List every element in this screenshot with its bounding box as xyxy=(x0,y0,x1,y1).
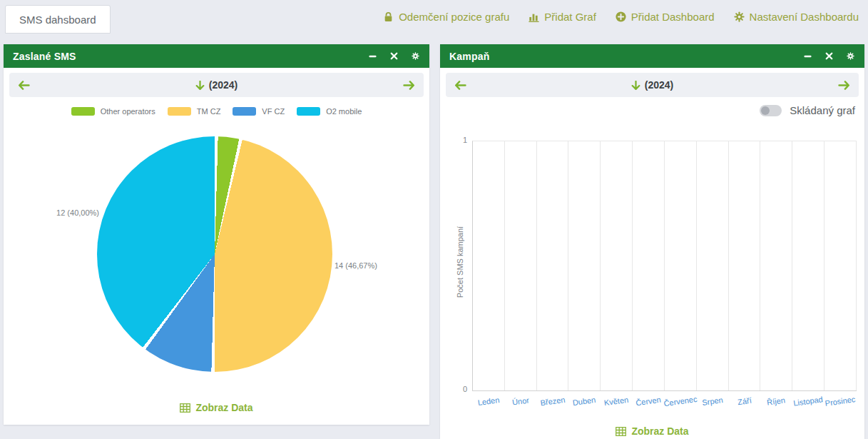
panel-title: Zaslané SMS xyxy=(13,51,76,62)
grid-column: Říjen xyxy=(760,141,792,390)
legend-swatch xyxy=(71,107,95,116)
year-navigation: (2024) xyxy=(9,73,424,97)
grid-column: Červenec xyxy=(665,141,697,390)
legend-item[interactable]: VF CZ xyxy=(233,107,285,116)
x-tick-label: Červenec xyxy=(663,395,698,408)
x-tick-label: Duben xyxy=(573,395,597,407)
minus-icon xyxy=(804,55,812,58)
show-data-button[interactable]: Zobraz Data xyxy=(440,425,864,437)
x-tick-label: Únor xyxy=(511,395,529,406)
previous-year-button[interactable] xyxy=(454,81,466,90)
grid-column: Listopad xyxy=(792,141,824,390)
bar-chart-plot: LedenÚnorBřezenDubenKvětenČervenČervenec… xyxy=(472,141,857,391)
y-axis-label: Počet SMS kampaní xyxy=(456,191,464,333)
panel-settings-button[interactable] xyxy=(410,51,420,61)
previous-year-button[interactable] xyxy=(18,81,30,90)
pie-legend: Other operators TM CZ VF CZ O2 mobile xyxy=(4,107,429,116)
grid-column: Září xyxy=(729,141,761,390)
arrow-left-icon xyxy=(454,81,466,90)
lock-icon xyxy=(383,11,394,22)
grid-column: Leden xyxy=(473,141,505,390)
tab-label: SMS dahsboard xyxy=(19,14,96,26)
grid-column: Prosinec xyxy=(824,141,857,390)
arrow-down-icon xyxy=(631,81,640,90)
minimize-button[interactable] xyxy=(367,51,377,61)
arrow-left-icon xyxy=(18,81,30,90)
gear-icon xyxy=(412,52,419,60)
toggle-label: Skládaný graf xyxy=(790,104,855,116)
unlock-chart-position-link[interactable]: Odemčení pozice grafu xyxy=(383,11,509,23)
stacked-graph-toggle[interactable] xyxy=(760,105,782,116)
grid-column: Březen xyxy=(537,141,569,390)
legend-swatch xyxy=(168,107,191,116)
year-selector[interactable]: (2024) xyxy=(52,79,381,91)
pie-slice-label: 14 (46,67%) xyxy=(335,261,413,270)
grid-column: Červen xyxy=(633,141,665,390)
y-tick-label: 1 xyxy=(450,136,467,144)
minus-icon xyxy=(369,55,377,58)
minimize-button[interactable] xyxy=(802,51,812,61)
bar-chart-icon xyxy=(529,11,539,22)
window-controls xyxy=(367,51,420,61)
show-data-label: Zobraz Data xyxy=(195,402,252,413)
close-button[interactable] xyxy=(824,51,834,61)
legend-label: O2 mobile xyxy=(326,107,362,116)
x-tick-label: Listopad xyxy=(793,395,824,408)
grid-column: Květen xyxy=(601,141,633,390)
toggle-knob xyxy=(761,106,770,115)
gear-icon xyxy=(734,11,745,22)
year-value: (2024) xyxy=(209,79,238,91)
link-label: Nastavení Dashboardu xyxy=(750,11,859,23)
x-tick-label: Leden xyxy=(477,395,500,407)
pie-slice-label: 12 (40,00%) xyxy=(28,208,99,217)
x-tick-label: Říjen xyxy=(767,395,786,406)
next-year-button[interactable] xyxy=(838,81,850,90)
legend-swatch xyxy=(233,107,256,116)
grid-column: Únor xyxy=(505,141,537,390)
arrow-right-icon xyxy=(403,81,415,90)
x-tick-label: Březen xyxy=(539,395,565,408)
legend-swatch xyxy=(297,107,320,116)
grid-column: Duben xyxy=(568,141,601,390)
table-icon xyxy=(180,403,190,413)
plus-circle-icon xyxy=(616,11,626,22)
next-year-button[interactable] xyxy=(403,81,415,90)
x-tick-label: Září xyxy=(737,396,752,407)
dashboard-actions: Odemčení pozice grafu Přidat Graf Přidat… xyxy=(383,0,859,33)
arrow-right-icon xyxy=(838,81,850,90)
tab-sms-dashboard[interactable]: SMS dahsboard xyxy=(5,5,111,34)
add-graph-link[interactable]: Přidat Graf xyxy=(529,11,596,23)
table-icon xyxy=(616,427,626,436)
legend-item[interactable]: TM CZ xyxy=(168,107,221,116)
x-tick-label: Prosinec xyxy=(824,395,856,408)
panel-settings-button[interactable] xyxy=(845,51,855,61)
close-icon xyxy=(390,52,398,60)
grid-column: Srpen xyxy=(697,141,729,390)
link-label: Přidat Graf xyxy=(544,11,596,23)
show-data-label: Zobraz Data xyxy=(631,425,688,437)
panel-header: Zaslané SMS xyxy=(4,44,429,68)
panel-zaslane-sms: Zaslané SMS (2024) Other xyxy=(4,44,429,425)
x-tick-label: Květen xyxy=(603,395,629,408)
year-selector[interactable]: (2024) xyxy=(489,79,816,91)
stacked-graph-toggle-row: Skládaný graf xyxy=(760,104,855,116)
close-icon xyxy=(825,52,833,60)
legend-item[interactable]: Other operators xyxy=(71,107,155,116)
x-tick-label: Červen xyxy=(635,395,662,408)
panel-header: Kampaň xyxy=(440,44,864,68)
legend-item[interactable]: O2 mobile xyxy=(297,107,362,116)
sms-dashboard-screen: SMS dahsboard Odemčení pozice grafu Přid… xyxy=(0,0,868,439)
show-data-button[interactable]: Zobraz Data xyxy=(4,402,429,413)
close-button[interactable] xyxy=(389,51,399,61)
legend-label: VF CZ xyxy=(262,107,285,116)
link-label: Odemčení pozice grafu xyxy=(399,11,509,23)
add-dashboard-link[interactable]: Přidat Dashboard xyxy=(616,11,715,23)
year-navigation: (2024) xyxy=(446,73,859,97)
window-controls xyxy=(802,51,855,61)
pie-chart[interactable] xyxy=(97,136,332,372)
dashboard-settings-link[interactable]: Nastavení Dashboardu xyxy=(734,11,859,23)
panel-title: Kampaň xyxy=(449,51,489,62)
x-tick-label: Srpen xyxy=(701,395,723,407)
legend-label: TM CZ xyxy=(197,107,221,116)
gear-icon xyxy=(847,52,854,60)
